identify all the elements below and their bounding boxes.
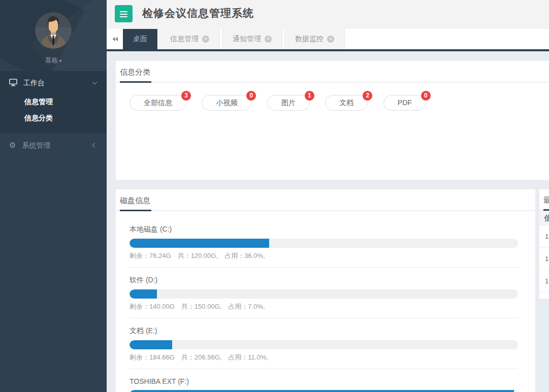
pill-label: 文档	[339, 99, 353, 107]
monitor-icon	[9, 79, 17, 86]
disk-label: TOSHIBA EXT (F:)	[130, 377, 518, 385]
latest-info-panel: 最 信 1 1 1	[539, 189, 549, 299]
category-button-all[interactable]: 全部信息 3	[130, 95, 186, 111]
panel-title: 信息分类	[120, 68, 150, 76]
disk-row-f: TOSHIBA EXT (F:) 剩余：20.45G 共：1863.01G, 占…	[130, 369, 518, 392]
category-pill-row: 全部信息 3 小视频 0 图片 1 文档 2 PDF 0	[116, 82, 549, 111]
category-button-pdf[interactable]: PDF 0	[383, 95, 426, 111]
disk-progress-track	[130, 390, 518, 392]
tab-info-management[interactable]: 信息管理 ×	[159, 29, 220, 49]
disk-progress-fill	[130, 340, 172, 349]
category-button-image[interactable]: 图片 1	[267, 95, 310, 111]
disk-list: 本地磁盘 (C:) 剩余：76.24G 共：120.00G, 占用：36.0%,…	[116, 211, 535, 392]
hamburger-icon	[120, 11, 127, 13]
disk-row-c: 本地磁盘 (C:) 剩余：76.24G 共：120.00G, 占用：36.0%,	[130, 217, 518, 268]
main-content: 信息分类 全部信息 3 小视频 0 图片 1 文档 2 PDF 0	[107, 51, 549, 392]
avatar-illustration	[35, 12, 72, 49]
top-header: 检修会议信息管理系统	[107, 0, 549, 29]
count-badge: 0	[246, 90, 256, 101]
close-icon[interactable]: ×	[327, 36, 334, 43]
count-badge: 3	[181, 90, 191, 101]
sidebar-subitem-label: 信息分类	[24, 114, 53, 122]
tab-label: 桌面	[133, 35, 147, 44]
tab-label: 信息管理	[170, 35, 199, 44]
tab-data-monitor[interactable]: 数据监控 ×	[284, 29, 345, 49]
disk-label: 文档 (E:)	[130, 326, 518, 336]
count-badge: 2	[362, 90, 373, 101]
tab-label: 通知管理	[233, 35, 261, 44]
gears-icon: ⚙	[9, 141, 16, 149]
tab-bar: 桌面 信息管理 × 通知管理 × 数据监控 ×	[107, 29, 549, 51]
chevron-left-icon	[92, 143, 98, 148]
info-category-panel: 信息分类 全部信息 3 小视频 0 图片 1 文档 2 PDF 0	[116, 61, 549, 180]
table-row[interactable]: 1	[539, 270, 549, 292]
sidebar: 基栋▾ 工作台 信息管理 信息分类 ⚙ 系统管理	[0, 0, 107, 392]
tab-desktop[interactable]: 桌面	[123, 29, 157, 49]
disk-stats: 剩余：140.00G 共：150.00G, 占用：7.0%,	[130, 302, 518, 311]
pill-label: PDF	[398, 99, 412, 107]
pill-label: 小视频	[216, 99, 237, 107]
disk-row-e: 文档 (E:) 剩余：184.66G 共：206.56G, 占用：11.0%,	[130, 318, 518, 369]
sidebar-item-label: 系统管理	[22, 141, 50, 149]
menu-section-workbench: 工作台 信息管理 信息分类	[0, 71, 107, 133]
latest-table-header: 信	[539, 210, 549, 225]
user-dropdown[interactable]: 基栋▾	[0, 56, 107, 65]
caret-down-icon: ▾	[59, 58, 61, 63]
avatar	[35, 12, 72, 49]
profile-area: 基栋▾	[0, 0, 107, 71]
table-row[interactable]: 1	[539, 225, 549, 248]
sidebar-item-workbench[interactable]: 工作台	[0, 72, 107, 93]
category-button-doc[interactable]: 文档 2	[325, 95, 368, 111]
count-badge: 1	[304, 90, 315, 101]
panel-header: 最	[539, 189, 549, 210]
active-tab-underline	[120, 81, 151, 83]
sidebar-item-system-management[interactable]: ⚙ 系统管理	[0, 133, 107, 156]
pill-label: 图片	[281, 99, 296, 107]
tab-label: 数据监控	[295, 35, 324, 44]
tab-notice-management[interactable]: 通知管理 ×	[222, 29, 282, 49]
sidebar-item-label: 工作台	[23, 79, 45, 87]
sidebar-subitem-label: 信息管理	[24, 97, 53, 106]
app-title: 检修会议信息管理系统	[142, 6, 254, 20]
active-tab-underline	[120, 210, 151, 211]
username: 基栋	[45, 56, 58, 64]
chevron-down-icon	[92, 80, 98, 85]
category-button-video[interactable]: 小视频 0	[202, 95, 251, 111]
disk-progress-fill	[130, 239, 269, 248]
tabs-scroll-back-button[interactable]	[107, 29, 123, 49]
pill-label: 全部信息	[144, 99, 172, 107]
disk-progress-track	[130, 289, 518, 299]
panel-header: 磁盘信息	[116, 189, 535, 211]
disk-progress-track	[130, 239, 518, 248]
disk-label: 软件 (D:)	[130, 276, 518, 285]
disk-stats: 剩余：184.66G 共：206.56G, 占用：11.0%,	[130, 353, 518, 362]
disk-label: 本地磁盘 (C:)	[130, 225, 518, 234]
active-tab-underline	[543, 209, 549, 211]
double-left-chevron-icon	[112, 36, 118, 42]
table-row[interactable]: 1	[539, 248, 549, 270]
count-badge: 0	[421, 90, 431, 101]
sidebar-toggle-button[interactable]	[115, 5, 133, 22]
disk-progress-track	[130, 340, 518, 349]
panel-header: 信息分类	[116, 61, 549, 82]
panel-title: 最	[543, 195, 549, 204]
disk-row-d: 软件 (D:) 剩余：140.00G 共：150.00G, 占用：7.0%,	[130, 268, 518, 318]
disk-info-panel: 磁盘信息 本地磁盘 (C:) 剩余：76.24G 共：120.00G, 占用：3…	[116, 189, 535, 392]
panel-title: 磁盘信息	[120, 196, 150, 205]
sidebar-item-info-category[interactable]: 信息分类	[0, 110, 107, 126]
close-icon[interactable]: ×	[202, 36, 209, 43]
disk-stats: 剩余：76.24G 共：120.00G, 占用：36.0%,	[130, 251, 518, 260]
disk-progress-fill	[130, 289, 157, 299]
sidebar-item-info-management[interactable]: 信息管理	[0, 93, 107, 110]
disk-progress-fill	[130, 390, 514, 392]
close-icon[interactable]: ×	[265, 36, 272, 43]
